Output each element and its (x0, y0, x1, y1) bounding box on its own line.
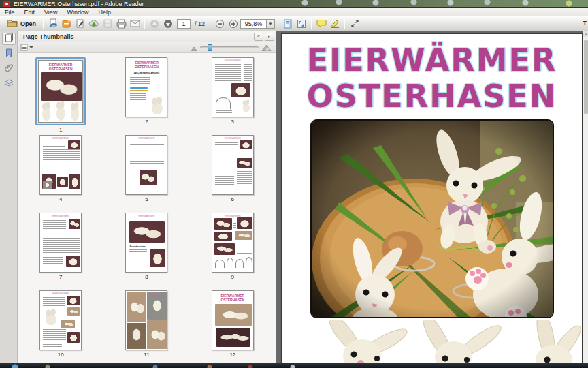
main-area: Page Thumbnails « ▸ (0, 31, 588, 363)
reading-mode-button[interactable] (348, 18, 361, 30)
create-pdf-button[interactable] (60, 18, 74, 30)
pdf-page: EIERWÄRMER OSTERHASEN (281, 33, 583, 363)
panel-menu-button[interactable]: ▸ (265, 33, 274, 41)
thumbnail-page-1[interactable]: EIERWÄRMEROSTERHASEN 1 (18, 56, 103, 134)
export-pdf-icon (48, 18, 59, 29)
menu-window[interactable]: Window (62, 8, 93, 16)
layers-icon (5, 78, 14, 90)
email-button[interactable] (128, 18, 142, 30)
page-number-label: 1 (59, 127, 62, 133)
page-number-label: 4 (59, 196, 62, 202)
email-icon (130, 20, 140, 27)
zoom-out-thumbnails-icon[interactable] (191, 42, 197, 54)
zoom-in-thumbnails-icon[interactable] (261, 42, 272, 54)
send-file-button[interactable] (87, 18, 101, 30)
zoom-in-button[interactable] (227, 18, 240, 30)
page-number-input[interactable]: 1 (177, 19, 191, 29)
print-icon (116, 19, 127, 29)
page-number-label: 5 (145, 196, 148, 202)
thumbnail-page-11[interactable]: EIERWÄRMER 11 (103, 289, 189, 363)
comment-button[interactable] (314, 18, 328, 30)
toolbar: Open 1 / 12 (0, 16, 588, 31)
thumbnail-page-5[interactable]: EIERWÄRMER 5 (103, 134, 189, 211)
fit-page-button[interactable] (295, 18, 308, 30)
thumbnail-page-3[interactable]: EIERWÄRMER 3 (190, 56, 276, 134)
create-pdf-icon (62, 19, 71, 29)
layers-tab[interactable] (2, 78, 16, 90)
thumbnail-page-8[interactable]: EIERWÄRMER Schwänzchen 8 (103, 211, 189, 289)
toolbar-separator (311, 18, 312, 29)
page-number-label: 10 (58, 352, 64, 358)
toolbar-separator (210, 18, 210, 29)
bookmarks-tab[interactable] (2, 48, 16, 60)
previous-page-button[interactable] (148, 18, 161, 30)
menu-view[interactable]: View (39, 8, 62, 16)
collapse-panel-button[interactable]: « (254, 33, 263, 41)
thumbnail-page-12[interactable]: EIERWÄRMEROSTERHASEN 12 (190, 289, 276, 363)
window-titlebar[interactable]: EIERWÄRMER Osterhasen.pdf - Adobe Reader (0, 0, 588, 8)
thumbnail-page-6[interactable]: EIERWÄRMER 6 (190, 134, 276, 211)
next-page-button[interactable] (161, 18, 175, 30)
thumbnail-page-10[interactable]: EIERWÄRMER 10 (18, 289, 103, 363)
save-floppy-icon (103, 19, 112, 28)
expand-arrows-icon (350, 19, 359, 28)
fill-sign-button[interactable] (74, 18, 87, 30)
thumbnail-page-9[interactable]: EIERWÄRMER 9 (190, 211, 276, 289)
page-number-label: 7 (59, 274, 62, 280)
fit-window-icon (297, 19, 306, 29)
scroll-up-button[interactable]: ▲ (583, 31, 588, 37)
menu-file[interactable]: File (0, 8, 20, 16)
fill-sign-icon (76, 19, 85, 29)
menu-edit[interactable]: Edit (20, 8, 40, 16)
export-pdf-button[interactable] (46, 18, 60, 30)
thumbnail-page-2[interactable]: EIERWÄRMEROSTERHASEN ZEICHENERKLÄRUNG 2 (103, 56, 189, 134)
navigation-pane-strip (0, 31, 18, 363)
bottom-bunnies-photo (282, 320, 583, 363)
page-number-label: 8 (145, 274, 148, 280)
zoom-out-button[interactable] (213, 18, 227, 30)
toolbar-separator (144, 18, 145, 29)
slider-thumb[interactable] (208, 44, 212, 51)
attachments-tab[interactable] (2, 63, 16, 75)
page-number-label: 6 (231, 196, 234, 202)
page-scroll-icon (283, 19, 293, 29)
windows-taskbar[interactable] (0, 363, 588, 368)
screen: EIERWÄRMER Osterhasen.pdf - Adobe Reader… (0, 0, 588, 368)
paperclip-icon (5, 63, 13, 75)
send-cloud-icon (88, 19, 99, 28)
sign-button[interactable] (328, 18, 342, 30)
page-number-label: 9 (231, 274, 234, 280)
scrolling-mode-button[interactable] (281, 18, 295, 30)
page-thumbnails-tab[interactable] (2, 33, 16, 45)
panel-title: Page Thumbnails (18, 33, 254, 40)
window-title: EIERWÄRMER Osterhasen.pdf - Adobe Reader (14, 0, 144, 8)
toolbar-separator (344, 18, 345, 29)
page-thumbnails-icon (5, 33, 14, 45)
thumbnail-page-4[interactable]: EIERWÄRMER 4 (18, 134, 103, 211)
document-area: EIERWÄRMER OSTERHASEN (277, 31, 588, 363)
arrow-up-icon (150, 19, 159, 29)
print-button[interactable] (114, 18, 128, 30)
document-scrollbar[interactable]: ▲ (583, 31, 588, 363)
thumbnail-page-7[interactable]: EIERWÄRMER 7 (18, 211, 103, 289)
thumbnail-size-slider[interactable] (200, 46, 259, 48)
adobe-reader-app-icon (3, 1, 10, 7)
zoom-dropdown-button[interactable]: ▼ (266, 19, 275, 29)
toolbar-separator (43, 18, 44, 29)
folder-open-icon (7, 18, 18, 30)
page-number-label: 11 (144, 352, 149, 358)
tools-label-cutoff[interactable]: T (583, 20, 587, 27)
arrow-down-icon (163, 19, 173, 29)
minus-circle-icon (215, 19, 225, 29)
zoom-level-value[interactable]: 95,8% (240, 19, 266, 29)
thumbnail-options-button[interactable] (20, 44, 33, 51)
page-total-label: / 12 (195, 20, 205, 27)
cover-photo (310, 119, 554, 318)
page-number-label: 12 (229, 352, 235, 358)
sign-pen-icon (330, 19, 340, 28)
scrollbar-thumb[interactable] (584, 40, 588, 114)
open-button[interactable]: Open (3, 18, 40, 30)
menu-help[interactable]: Help (93, 8, 116, 16)
page-number-label: 3 (231, 119, 234, 125)
save-button[interactable] (101, 18, 114, 30)
